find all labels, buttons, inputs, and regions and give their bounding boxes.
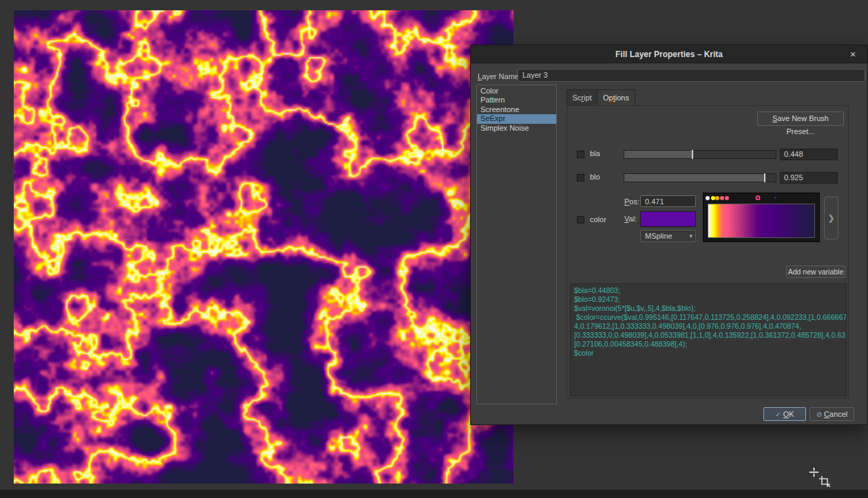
generator-list: ColorPatternScreentoneSeExprSimplex Nois…	[476, 85, 557, 404]
variable-value[interactable]: 0.925	[780, 172, 838, 184]
layer-name-input[interactable]: Layer 3	[518, 69, 865, 82]
code-line: $bla=0.44803;	[574, 286, 843, 295]
canvas-artwork-bitmap	[14, 10, 514, 484]
val-label: Val:	[624, 215, 637, 223]
tab-script[interactable]: Script	[567, 89, 597, 106]
code-line: [0.27106,0.00458345,0.488398],4);	[574, 340, 843, 349]
options-tab-panel: Save New Brush Preset... bla0.448blo0.92…	[567, 105, 849, 398]
color-variable-checkbox[interactable]	[577, 216, 584, 224]
canvas-artwork[interactable]	[14, 10, 514, 484]
pos-label: Pos:	[624, 197, 639, 206]
window-bottom-edge	[0, 490, 868, 498]
interpolation-value: MSpline	[645, 232, 673, 240]
color-value-swatch[interactable]	[640, 211, 696, 227]
dialog-titlebar[interactable]: Fill Layer Properties – Krita ✕	[471, 45, 867, 63]
add-new-variable-button[interactable]: Add new variable	[786, 266, 845, 278]
tab-options[interactable]: Options	[597, 89, 635, 106]
code-line: [0.333333,0,0.498039],4,0.0533981,[1,1,0…	[574, 331, 843, 340]
generator-item-color[interactable]: Color	[477, 87, 556, 96]
gradient-editor[interactable]	[703, 193, 820, 242]
gradient-stop[interactable]	[756, 195, 761, 200]
gradient-stop[interactable]	[773, 195, 778, 200]
color-variable-name: color	[590, 215, 606, 224]
code-line: $color=ccurve($val,0.995146,[0.117647,0.…	[574, 313, 843, 322]
save-new-brush-preset-button[interactable]: Save New Brush Preset...	[757, 111, 844, 126]
variable-slider[interactable]	[624, 173, 776, 182]
generator-item-seexpr[interactable]: SeExpr	[477, 114, 556, 123]
generator-item-simplex-noise[interactable]: Simplex Noise	[477, 124, 556, 133]
code-line: $val=voronoi(5*[$u,$v,.5],4,$bla,$blo);	[574, 304, 843, 313]
gradient-next-button[interactable]: ❯	[824, 197, 838, 239]
color-variable-block: color Pos: 0.471 Val: MSpline ▾ ❯	[567, 193, 848, 268]
variable-checkbox[interactable]	[577, 174, 584, 182]
fill-layer-properties-dialog: Fill Layer Properties – Krita ✕ Layer Na…	[470, 45, 868, 425]
generator-item-screentone[interactable]: Screentone	[477, 105, 556, 114]
code-line: 4,0.179612,[1,0.333333,0.498039],4,0,[0.…	[574, 322, 843, 331]
dialog-title: Fill Layer Properties – Krita	[471, 50, 867, 59]
checkmark-icon: ✓	[775, 411, 781, 418]
gradient-stop[interactable]	[812, 195, 817, 200]
variable-row-bla: bla0.448	[567, 149, 848, 161]
layer-name-label: Layer Name:	[478, 72, 521, 80]
close-icon[interactable]: ✕	[847, 49, 859, 60]
cancel-button[interactable]: ⊘Cancel	[809, 407, 854, 421]
gradient-stop[interactable]	[715, 196, 719, 200]
gradient-stops	[708, 194, 815, 203]
gradient-bar[interactable]	[708, 204, 815, 238]
cancel-label: Cancel	[824, 410, 847, 418]
gradient-stop[interactable]	[725, 196, 729, 200]
code-line: $color	[574, 349, 843, 358]
variable-slider[interactable]	[624, 150, 776, 159]
cancel-circle-icon: ⊘	[816, 411, 822, 418]
ok-label: OK	[783, 410, 794, 418]
variable-name: blo	[590, 173, 600, 181]
chevron-down-icon: ▾	[689, 230, 692, 241]
gradient-stop[interactable]	[720, 196, 724, 200]
generator-item-pattern[interactable]: Pattern	[477, 96, 556, 105]
variable-name: bla	[590, 149, 600, 158]
code-line: $blo=0.92473;	[574, 295, 843, 304]
gradient-stop[interactable]	[706, 196, 710, 200]
ok-button[interactable]: ✓OK	[763, 407, 806, 421]
variable-value[interactable]: 0.448	[780, 149, 838, 160]
seexpr-script-editor[interactable]: $bla=0.44803;$blo=0.92473;$val=voronoi(5…	[570, 283, 847, 396]
interpolation-dropdown[interactable]: MSpline ▾	[640, 230, 696, 242]
variable-checkbox[interactable]	[577, 151, 584, 158]
crop-tool-cursor-icon	[807, 465, 834, 490]
variable-row-blo: blo0.925	[567, 172, 848, 184]
pos-input[interactable]: 0.471	[640, 195, 696, 207]
